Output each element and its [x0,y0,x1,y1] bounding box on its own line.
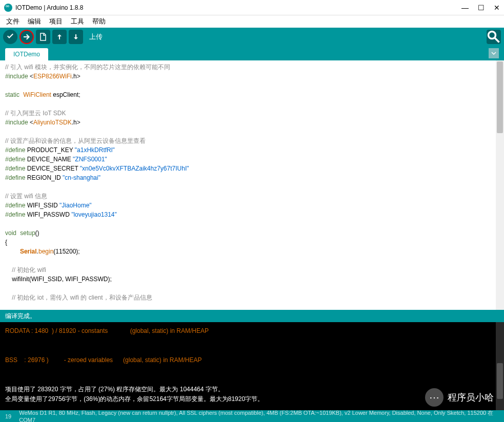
close-button[interactable]: ✕ [494,4,500,12]
file-icon [39,33,47,41]
console-scroll-thumb[interactable] [497,363,503,399]
menu-edit[interactable]: 编辑 [25,16,44,27]
magnify-icon [487,30,501,44]
wechat-icon: ⋯ [425,388,443,407]
menu-help[interactable]: 帮助 [89,16,109,27]
check-icon [6,33,14,41]
tab-menu-button[interactable] [489,48,499,58]
console-line: 全局变量使用了29756字节，(36%)的动态内存，余留52164字节局部变量。… [5,395,264,403]
watermark: ⋯ 程序员小哈 [425,388,494,407]
line-number: 19 [5,413,19,419]
titlebar: IOTDemo | Arduino 1.8.8 — ☐ ✕ [0,0,504,15]
window-controls: — ☐ ✕ [461,4,500,12]
status-bar: 编译完成。 [0,310,504,322]
menubar: 文件 编辑 项目 工具 帮助 [0,15,504,28]
serial-monitor-button[interactable] [487,30,501,44]
arrow-right-icon [23,33,31,41]
console-scrollbar[interactable] [496,322,504,410]
chevron-down-icon [491,51,496,56]
watermark-text: 程序员小哈 [448,391,494,404]
arrow-down-icon [72,33,80,41]
open-button[interactable] [52,30,67,44]
arrow-up-icon [55,33,64,41]
toolbar-label: 上传 [89,32,103,41]
code-editor[interactable]: // 引入 wifi 模块，并实例化，不同的芯片这里的依赖可能不同 #inclu… [0,60,504,310]
toolbar: 上传 [0,28,504,46]
console-line: 项目使用了 283920 字节，占用了 (27%) 程序存储空间。最大为 104… [5,386,224,393]
new-button[interactable] [36,30,50,44]
editor-scrollbar[interactable] [496,60,504,310]
upload-button[interactable] [19,30,34,44]
svg-point-0 [489,32,496,39]
menu-tools[interactable]: 工具 [68,16,87,27]
tabbar: IOTDemo [0,46,504,60]
window-title: IOTDemo | Arduino 1.8.8 [15,4,461,11]
status-text: 编译完成。 [5,312,36,321]
editor-content[interactable]: // 引入 wifi 模块，并实例化，不同的芯片这里的依赖可能不同 #inclu… [0,60,504,304]
minimize-button[interactable]: — [461,4,469,12]
maximize-button[interactable]: ☐ [478,4,485,12]
menu-project[interactable]: 项目 [46,16,66,27]
tab-iotdemo[interactable]: IOTDemo [5,48,48,60]
menu-file[interactable]: 文件 [3,16,23,27]
verify-button[interactable] [3,30,17,44]
console-line: BSS : 26976 ) - zeroed variables (global… [5,356,201,364]
board-info: WeMos D1 R1, 80 MHz, Flash, Legacy (new … [19,409,499,422]
editor-scroll-thumb[interactable] [497,61,503,133]
console-line: RODATA : 1480 ) / 81920 - constants (glo… [5,327,209,334]
save-button[interactable] [69,30,83,44]
arduino-logo-icon [4,4,12,12]
footer-bar: 19 WeMos D1 R1, 80 MHz, Flash, Legacy (n… [0,410,504,422]
